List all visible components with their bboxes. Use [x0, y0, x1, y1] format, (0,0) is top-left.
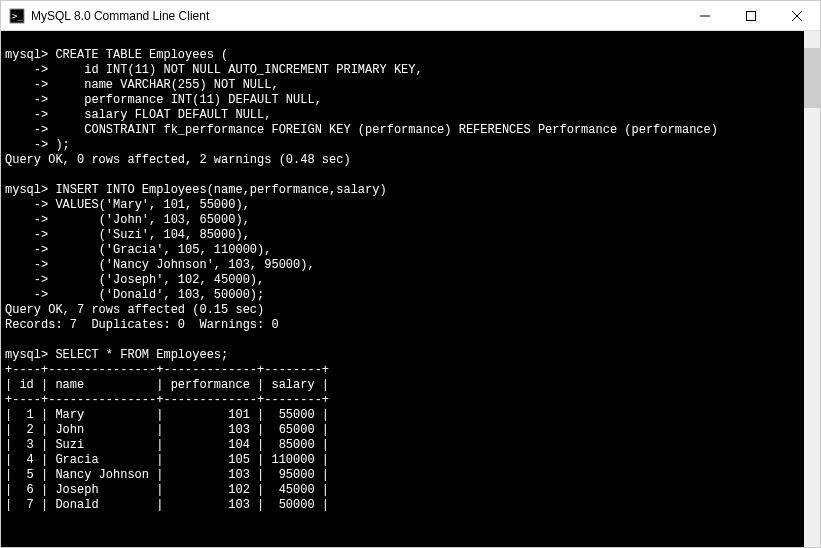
terminal-output[interactable]: mysql> CREATE TABLE Employees ( -> id IN… — [1, 31, 820, 548]
cont-prompt: -> — [5, 78, 48, 92]
vertical-scrollbar[interactable]: ▴ — [804, 31, 820, 548]
table-border: +----+---------------+-------------+----… — [5, 363, 329, 377]
sql-create-line: CREATE TABLE Employees ( — [55, 48, 228, 62]
window-titlebar: >_ MySQL 8.0 Command Line Client — [1, 1, 820, 31]
sql-insert-line: INSERT INTO Employees(name,performance,s… — [55, 183, 386, 197]
sql-insert-line: ('Suzi', 104, 85000), — [55, 228, 249, 242]
svg-rect-3 — [747, 11, 756, 20]
cont-prompt: -> — [5, 273, 48, 287]
table-row: | 3 | Suzi | 104 | 85000 | — [5, 438, 329, 452]
table-row: | 1 | Mary | 101 | 55000 | — [5, 408, 329, 422]
sql-create-line: id INT(11) NOT NULL AUTO_INCREMENT PRIMA… — [55, 63, 422, 77]
query-result: Records: 7 Duplicates: 0 Warnings: 0 — [5, 318, 279, 332]
cont-prompt: -> — [5, 93, 48, 107]
prompt: mysql> — [5, 183, 48, 197]
cont-prompt: -> — [5, 138, 48, 152]
maximize-button[interactable] — [728, 1, 774, 30]
table-border: +----+---------------+-------------+----… — [5, 393, 329, 407]
prompt: mysql> — [5, 348, 48, 362]
app-icon: >_ — [9, 8, 25, 24]
cont-prompt: -> — [5, 228, 48, 242]
sql-select-line: SELECT * FROM Employees; — [55, 348, 228, 362]
table-header: | id | name | performance | salary | — [5, 378, 329, 392]
sql-create-line: ); — [55, 138, 69, 152]
table-row: | 7 | Donald | 103 | 50000 | — [5, 498, 329, 512]
sql-insert-line: ('John', 103, 65000), — [55, 213, 249, 227]
cont-prompt: -> — [5, 243, 48, 257]
cont-prompt: -> — [5, 258, 48, 272]
table-row: | 4 | Gracia | 105 | 110000 | — [5, 453, 329, 467]
query-result: Query OK, 7 rows affected (0.15 sec) — [5, 303, 264, 317]
window-controls — [682, 1, 820, 30]
sql-create-line: name VARCHAR(255) NOT NULL, — [55, 78, 278, 92]
sql-insert-line: ('Gracia', 105, 110000), — [55, 243, 271, 257]
sql-insert-line: VALUES('Mary', 101, 55000), — [55, 198, 249, 212]
cont-prompt: -> — [5, 108, 48, 122]
cont-prompt: -> — [5, 288, 48, 302]
table-row: | 2 | John | 103 | 65000 | — [5, 423, 329, 437]
sql-insert-line: ('Donald', 103, 50000); — [55, 288, 264, 302]
minimize-button[interactable] — [682, 1, 728, 30]
cont-prompt: -> — [5, 213, 48, 227]
sql-create-line: CONSTRAINT fk_performance FOREIGN KEY (p… — [55, 123, 718, 137]
sql-create-line: performance INT(11) DEFAULT NULL, — [55, 93, 321, 107]
sql-insert-line: ('Nancy Johnson', 103, 95000), — [55, 258, 314, 272]
window-title: MySQL 8.0 Command Line Client — [31, 9, 682, 23]
svg-text:>_: >_ — [12, 11, 23, 21]
cont-prompt: -> — [5, 63, 48, 77]
close-button[interactable] — [774, 1, 820, 30]
prompt: mysql> — [5, 48, 48, 62]
sql-create-line: salary FLOAT DEFAULT NULL, — [55, 108, 271, 122]
scroll-thumb[interactable] — [804, 48, 820, 108]
table-row: | 5 | Nancy Johnson | 103 | 95000 | — [5, 468, 329, 482]
cont-prompt: -> — [5, 123, 48, 137]
table-row: | 6 | Joseph | 102 | 45000 | — [5, 483, 329, 497]
sql-insert-line: ('Joseph', 102, 45000), — [55, 273, 264, 287]
query-result: Query OK, 0 rows affected, 2 warnings (0… — [5, 153, 351, 167]
cont-prompt: -> — [5, 198, 48, 212]
